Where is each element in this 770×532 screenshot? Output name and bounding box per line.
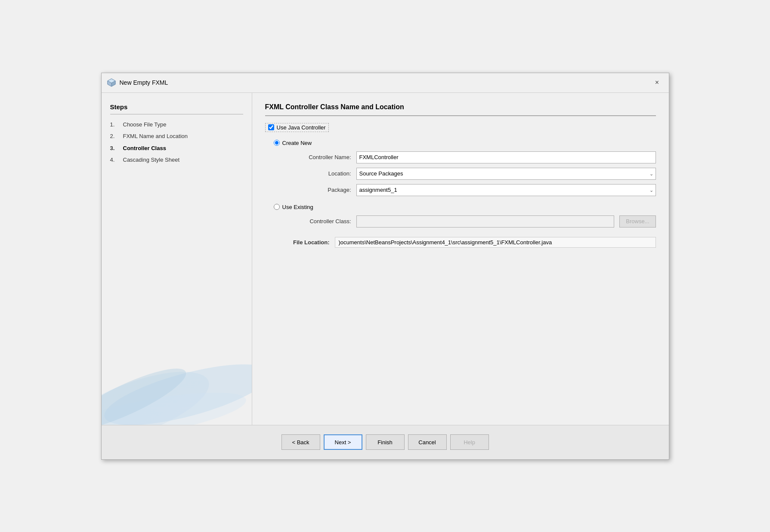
package-select-wrap: assignment5_1 ⌄ <box>356 184 656 196</box>
titlebar: New Empty FXML × <box>102 73 669 93</box>
sidebar: Steps 1. Choose File Type 2. FXML Name a… <box>102 93 252 425</box>
use-existing-form: Controller Class: Browse... <box>291 215 656 228</box>
bottom-bar: < Back Next > Finish Cancel Help <box>102 425 669 459</box>
create-new-option[interactable]: Create New <box>274 140 656 146</box>
cancel-button[interactable]: Cancel <box>408 434 447 450</box>
browse-button[interactable]: Browse... <box>619 215 656 228</box>
step-4: 4. Cascading Style Sheet <box>110 156 243 164</box>
steps-title: Steps <box>110 103 243 114</box>
step-3-num: 3. <box>110 144 119 153</box>
step-3-label: Controller Class <box>123 144 166 153</box>
package-select[interactable]: assignment5_1 <box>356 184 656 196</box>
close-button[interactable]: × <box>651 76 664 89</box>
controller-class-label: Controller Class: <box>291 218 351 224</box>
step-2-label: FXML Name and Location <box>123 132 188 141</box>
help-button[interactable]: Help <box>450 434 489 450</box>
create-new-form: Controller Name: Location: Source Packag… <box>291 151 656 196</box>
radio-section: Create New Controller Name: Location: So… <box>274 140 656 248</box>
location-select-wrap: Source Packages ⌄ <box>356 168 656 180</box>
use-existing-label: Use Existing <box>282 204 313 210</box>
package-label: Package: <box>291 187 351 193</box>
use-java-controller-label[interactable]: Use Java Controller <box>265 123 329 132</box>
location-select[interactable]: Source Packages <box>356 168 656 180</box>
step-1-label: Choose File Type <box>123 120 167 129</box>
steps-list: 1. Choose File Type 2. FXML Name and Loc… <box>110 120 243 164</box>
step-2-num: 2. <box>110 132 119 141</box>
step-2: 2. FXML Name and Location <box>110 132 243 141</box>
step-4-label: Cascading Style Sheet <box>123 156 180 164</box>
create-new-label: Create New <box>282 140 312 146</box>
step-4-num: 4. <box>110 156 119 164</box>
dialog: New Empty FXML × Steps 1. Choose File Ty… <box>101 73 669 460</box>
create-new-radio[interactable] <box>274 140 280 146</box>
next-button[interactable]: Next > <box>324 434 362 450</box>
step-3: 3. Controller Class <box>110 144 243 153</box>
file-location-value: )ocuments\NetBeansProjects\Assignment4_1… <box>335 237 656 248</box>
use-existing-option[interactable]: Use Existing <box>274 204 656 210</box>
main-content: Steps 1. Choose File Type 2. FXML Name a… <box>102 93 669 425</box>
controller-name-input[interactable] <box>356 151 656 163</box>
app-icon <box>107 78 116 87</box>
file-location-row: File Location: )ocuments\NetBeansProject… <box>274 237 656 248</box>
dialog-title: New Empty FXML <box>120 79 168 86</box>
back-button[interactable]: < Back <box>281 434 320 450</box>
titlebar-left: New Empty FXML <box>107 78 168 87</box>
controller-name-label: Controller Name: <box>291 154 351 160</box>
location-label: Location: <box>291 170 351 177</box>
file-location-label: File Location: <box>274 239 330 246</box>
panel-title: FXML Controller Class Name and Location <box>265 103 656 116</box>
content-panel: FXML Controller Class Name and Location … <box>252 93 669 425</box>
use-java-row: Use Java Controller <box>265 123 656 132</box>
use-java-controller-text: Use Java Controller <box>277 124 326 131</box>
use-existing-radio[interactable] <box>274 204 280 210</box>
step-1-num: 1. <box>110 120 119 129</box>
use-java-controller-checkbox[interactable] <box>268 124 274 130</box>
controller-class-input[interactable] <box>356 215 615 228</box>
step-1: 1. Choose File Type <box>110 120 243 129</box>
sidebar-decoration <box>102 287 252 425</box>
finish-button[interactable]: Finish <box>366 434 405 450</box>
